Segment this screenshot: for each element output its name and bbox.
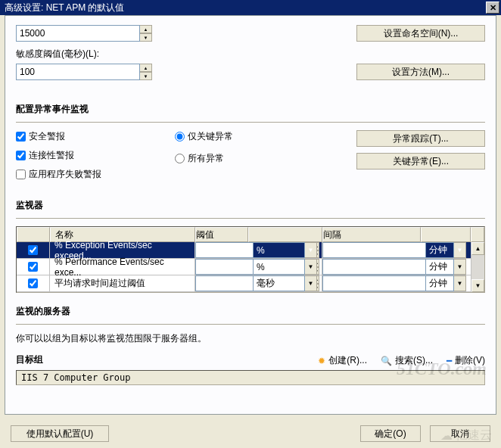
row-name: % Performance Events/sec exce... [50, 259, 195, 275]
spin-buttons[interactable]: ▲▼ [140, 25, 152, 42]
delete-label: 删除(V) [455, 354, 485, 367]
cb-connectivity[interactable] [16, 151, 26, 160]
th-check[interactable] [17, 227, 50, 242]
cb-security-label: 安全警报 [29, 130, 65, 143]
threshold-spinner[interactable]: ▲▼ [195, 275, 247, 291]
interval-spinner[interactable]: ▲▼ [322, 275, 420, 291]
row-check-cell [17, 242, 50, 259]
rb-critical-row[interactable]: 仅关键异常 [175, 130, 326, 143]
top-row-1: ▲▼ 设置命名空间(N)... [16, 25, 485, 42]
spin-up-icon[interactable]: ▲ [140, 64, 152, 72]
row-check-cell [17, 259, 50, 275]
th-iunit[interactable] [421, 227, 471, 242]
row-checkbox[interactable] [28, 262, 38, 272]
create-label: 创建(R)... [328, 354, 367, 367]
divider [16, 122, 485, 123]
spin-buttons[interactable]: ▲▼ [140, 64, 152, 80]
row-checkbox[interactable] [28, 278, 38, 288]
sensitivity-input[interactable] [16, 64, 140, 80]
rb-all-label: 所有异常 [188, 152, 224, 165]
cb-appfail-row[interactable]: 应用程序失败警报 [16, 168, 175, 181]
divider [16, 218, 485, 219]
unit-combo[interactable]: %▼ [253, 242, 317, 258]
unit-combo[interactable]: 毫秒▼ [253, 275, 317, 291]
main-panel: ▲▼ 设置命名空间(N)... 敏感度阈值(毫秒)(L): ▲▼ 设置方法(M)… [5, 15, 496, 415]
bottom-bar: 使用默认配置(U) 确定(O) 取消 [0, 419, 501, 448]
row-checkbox[interactable] [28, 245, 38, 255]
chevron-down-icon[interactable]: ▼ [305, 259, 317, 275]
interval-spinner[interactable]: ▲▼ [322, 242, 420, 258]
close-icon[interactable]: ✕ [486, 2, 499, 14]
threshold-spinner[interactable]: ▲▼ [195, 259, 247, 275]
exception-trace-button[interactable]: 异常跟踪(T)... [356, 130, 485, 147]
vertical-scrollbar[interactable]: ▲ ▼ [471, 242, 484, 292]
table-row[interactable]: 平均请求时间超过阈值▲▼毫秒▼▲▼分钟▼ [17, 275, 471, 292]
cb-appfail[interactable] [16, 170, 26, 179]
critical-exception-button[interactable]: 关键异常(E)... [356, 153, 485, 170]
row-threshold: ▲▼ [195, 259, 248, 275]
table-body: % Exception Events/sec exceed...▲▼%▼▲▼分钟… [17, 242, 471, 292]
iunit-combo[interactable]: 分钟▼ [425, 259, 466, 275]
rb-critical-only[interactable] [175, 132, 185, 142]
spin-down-icon[interactable]: ▼ [140, 72, 152, 80]
chevron-down-icon[interactable]: ▼ [454, 242, 466, 258]
cb-appfail-label: 应用程序失败警报 [29, 168, 101, 181]
create-link[interactable]: ✹ 创建(R)... [318, 354, 367, 367]
iunit-combo[interactable]: 分钟▼ [425, 242, 466, 258]
table-row[interactable]: % Performance Events/sec exce...▲▼%▼▲▼分钟… [17, 259, 471, 275]
set-namespace-button[interactable]: 设置命名空间(N)... [356, 25, 485, 42]
row-iunit: 分钟▼ [421, 242, 471, 259]
ok-button[interactable]: 确定(O) [360, 425, 421, 442]
minus-icon: ━ [447, 356, 452, 366]
sun-icon: ✹ [318, 356, 325, 366]
value1-input[interactable] [16, 25, 140, 42]
window-title: 高级设置: NET APM 的默认值 [5, 2, 486, 14]
search-link[interactable]: 🔍 搜索(S)... [381, 354, 433, 367]
servers-desc: 你可以以组为目标以将监视范围限于服务器组。 [16, 332, 485, 345]
row-unit: %▼ [248, 259, 322, 275]
target-actions: ✹ 创建(R)... 🔍 搜索(S)... ━ 删除(V) [318, 354, 485, 367]
row-unit: 毫秒▼ [248, 275, 322, 292]
chevron-down-icon[interactable]: ▼ [305, 275, 317, 291]
target-label: 目标组 [16, 353, 43, 366]
th-scroll [471, 227, 484, 242]
rb-critical-label: 仅关键异常 [188, 130, 233, 143]
delete-link[interactable]: ━ 删除(V) [447, 354, 485, 367]
row-iunit: 分钟▼ [421, 275, 471, 292]
th-interval[interactable]: 间隔 [322, 227, 421, 242]
iunit-combo[interactable]: 分钟▼ [425, 275, 466, 291]
chevron-down-icon[interactable]: ▼ [305, 242, 317, 258]
sensitivity-label: 敏感度阈值(毫秒)(L): [16, 48, 485, 61]
exception-section-title: 配置异常事件监视 [16, 103, 485, 116]
servers-title: 监视的服务器 [16, 305, 485, 318]
use-defaults-button[interactable]: 使用默认配置(U) [11, 425, 109, 442]
cancel-button[interactable]: 取消 [430, 425, 490, 442]
chevron-down-icon[interactable]: ▼ [454, 275, 466, 291]
cb-security[interactable] [16, 132, 26, 142]
row-unit: %▼ [248, 242, 322, 259]
th-threshold[interactable]: 阈值 [195, 227, 248, 242]
cb-connectivity-row[interactable]: 连接性警报 [16, 149, 175, 162]
threshold-spinner[interactable]: ▲▼ [195, 242, 247, 258]
row-interval: ▲▼ [322, 242, 421, 259]
unit-combo[interactable]: %▼ [253, 259, 317, 275]
monitors-table: 名称 阈值 间隔 % Exception Events/sec exceed..… [16, 226, 485, 293]
top-row-2: ▲▼ 设置方法(M)... [16, 64, 485, 80]
row-check-cell [17, 275, 50, 292]
scroll-down-icon[interactable]: ▼ [471, 279, 484, 292]
th-unit[interactable] [248, 227, 322, 242]
chevron-down-icon[interactable]: ▼ [454, 259, 466, 275]
interval-spinner[interactable]: ▲▼ [322, 259, 420, 275]
set-methods-button[interactable]: 设置方法(M)... [356, 64, 485, 80]
target-group-field: IIS 7 Computer Group [16, 370, 485, 385]
value1-spinner[interactable]: ▲▼ [16, 25, 152, 42]
scroll-up-icon[interactable]: ▲ [471, 242, 484, 255]
cb-security-row[interactable]: 安全警报 [16, 130, 175, 143]
spin-down-icon[interactable]: ▼ [140, 33, 152, 42]
rb-all[interactable] [175, 154, 185, 163]
rb-all-row[interactable]: 所有异常 [175, 152, 326, 165]
cb-connectivity-label: 连接性警报 [29, 149, 74, 162]
row-interval: ▲▼ [322, 275, 421, 292]
sensitivity-spinner[interactable]: ▲▼ [16, 64, 152, 80]
spin-up-icon[interactable]: ▲ [140, 25, 152, 33]
